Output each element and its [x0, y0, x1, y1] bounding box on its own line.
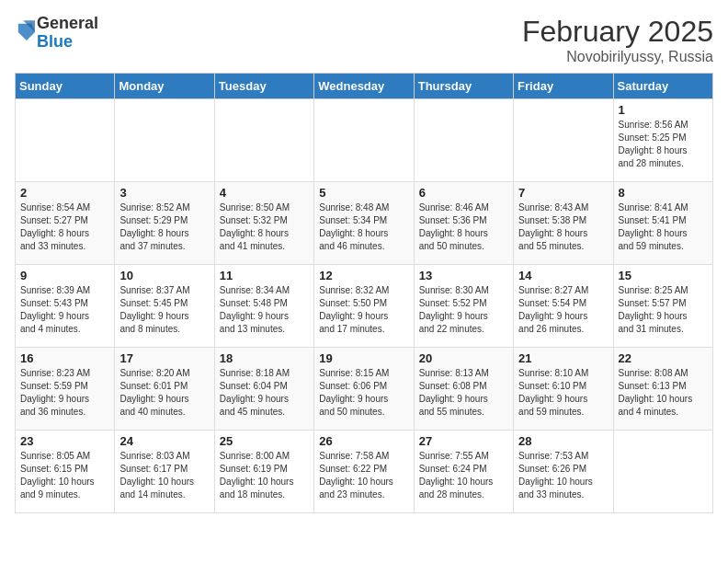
day-number: 25 — [220, 434, 309, 448]
day-info: Sunrise: 8:00 AM Sunset: 6:19 PM Dayligh… — [220, 450, 309, 501]
day-info: Sunrise: 8:25 AM Sunset: 5:57 PM Dayligh… — [619, 284, 708, 336]
day-info: Sunrise: 8:15 AM Sunset: 6:06 PM Dayligh… — [319, 367, 408, 419]
header-cell-tuesday: Tuesday — [214, 74, 313, 99]
week-row-2: 9Sunrise: 8:39 AM Sunset: 5:43 PM Daylig… — [16, 265, 713, 348]
day-number: 26 — [319, 434, 408, 448]
day-number: 8 — [619, 186, 708, 200]
day-cell: 13Sunrise: 8:30 AM Sunset: 5:52 PM Dayli… — [414, 265, 513, 348]
day-info: Sunrise: 8:41 AM Sunset: 5:41 PM Dayligh… — [619, 201, 708, 253]
day-cell: 7Sunrise: 8:43 AM Sunset: 5:38 PM Daylig… — [514, 182, 613, 265]
day-number: 1 — [619, 103, 708, 117]
day-info: Sunrise: 8:03 AM Sunset: 6:17 PM Dayligh… — [119, 450, 209, 501]
day-number: 9 — [20, 269, 109, 282]
header-cell-saturday: Saturday — [613, 74, 712, 99]
day-cell: 4Sunrise: 8:50 AM Sunset: 5:32 PM Daylig… — [214, 182, 313, 265]
day-cell: 21Sunrise: 8:10 AM Sunset: 6:10 PM Dayli… — [514, 348, 613, 431]
day-cell: 9Sunrise: 8:39 AM Sunset: 5:43 PM Daylig… — [16, 265, 115, 348]
day-number: 7 — [518, 186, 608, 200]
day-number: 16 — [20, 351, 109, 365]
header-cell-wednesday: Wednesday — [314, 74, 414, 99]
day-cell: 11Sunrise: 8:34 AM Sunset: 5:48 PM Dayli… — [214, 265, 313, 348]
day-number: 21 — [518, 351, 608, 365]
day-number: 4 — [220, 186, 309, 200]
day-number: 5 — [319, 186, 408, 200]
day-cell: 25Sunrise: 8:00 AM Sunset: 6:19 PM Dayli… — [214, 431, 313, 513]
day-cell — [214, 99, 313, 182]
day-cell — [414, 99, 513, 182]
day-info: Sunrise: 7:53 AM Sunset: 6:26 PM Dayligh… — [518, 450, 608, 501]
day-number: 27 — [419, 434, 508, 448]
day-info: Sunrise: 8:46 AM Sunset: 5:36 PM Dayligh… — [419, 201, 508, 253]
calendar-header: SundayMondayTuesdayWednesdayThursdayFrid… — [16, 74, 713, 99]
day-info: Sunrise: 8:37 AM Sunset: 5:45 PM Dayligh… — [119, 284, 209, 336]
day-cell: 5Sunrise: 8:48 AM Sunset: 5:34 PM Daylig… — [314, 182, 414, 265]
day-info: Sunrise: 8:39 AM Sunset: 5:43 PM Dayligh… — [20, 284, 109, 336]
day-cell: 12Sunrise: 8:32 AM Sunset: 5:50 PM Dayli… — [314, 265, 414, 348]
day-cell — [613, 431, 712, 513]
header-cell-monday: Monday — [115, 74, 214, 99]
day-number: 11 — [220, 269, 309, 282]
logo-general-text: General — [37, 14, 98, 32]
day-cell: 10Sunrise: 8:37 AM Sunset: 5:45 PM Dayli… — [115, 265, 214, 348]
day-info: Sunrise: 8:20 AM Sunset: 6:01 PM Dayligh… — [119, 367, 209, 419]
day-cell: 18Sunrise: 8:18 AM Sunset: 6:04 PM Dayli… — [214, 348, 313, 431]
day-cell: 3Sunrise: 8:52 AM Sunset: 5:29 PM Daylig… — [115, 182, 214, 265]
day-cell: 26Sunrise: 7:58 AM Sunset: 6:22 PM Dayli… — [314, 431, 414, 513]
day-cell: 24Sunrise: 8:03 AM Sunset: 6:17 PM Dayli… — [115, 431, 214, 513]
day-info: Sunrise: 8:48 AM Sunset: 5:34 PM Dayligh… — [319, 201, 408, 253]
day-info: Sunrise: 8:23 AM Sunset: 5:59 PM Dayligh… — [20, 367, 109, 419]
logo-icon — [17, 20, 35, 42]
header-row: SundayMondayTuesdayWednesdayThursdayFrid… — [16, 74, 713, 99]
day-cell: 8Sunrise: 8:41 AM Sunset: 5:41 PM Daylig… — [613, 182, 712, 265]
day-info: Sunrise: 8:18 AM Sunset: 6:04 PM Dayligh… — [220, 367, 309, 419]
day-number: 6 — [419, 186, 508, 200]
day-number: 24 — [119, 434, 209, 448]
day-info: Sunrise: 8:54 AM Sunset: 5:27 PM Dayligh… — [20, 201, 109, 253]
day-info: Sunrise: 8:43 AM Sunset: 5:38 PM Dayligh… — [518, 201, 608, 253]
day-info: Sunrise: 8:50 AM Sunset: 5:32 PM Dayligh… — [220, 201, 309, 253]
week-row-1: 2Sunrise: 8:54 AM Sunset: 5:27 PM Daylig… — [16, 182, 713, 265]
day-number: 28 — [518, 434, 608, 448]
header-cell-sunday: Sunday — [16, 74, 115, 99]
day-info: Sunrise: 8:13 AM Sunset: 6:08 PM Dayligh… — [419, 367, 508, 419]
day-cell: 15Sunrise: 8:25 AM Sunset: 5:57 PM Dayli… — [613, 265, 712, 348]
day-number: 23 — [20, 434, 109, 448]
title-block: February 2025 Novobirilyussy, Russia — [522, 15, 713, 65]
day-number: 2 — [20, 186, 109, 200]
day-cell: 16Sunrise: 8:23 AM Sunset: 5:59 PM Dayli… — [16, 348, 115, 431]
day-cell: 20Sunrise: 8:13 AM Sunset: 6:08 PM Dayli… — [414, 348, 513, 431]
day-cell — [115, 99, 214, 182]
day-number: 15 — [619, 269, 708, 282]
day-info: Sunrise: 8:56 AM Sunset: 5:25 PM Dayligh… — [619, 119, 708, 170]
day-cell: 1Sunrise: 8:56 AM Sunset: 5:25 PM Daylig… — [613, 99, 712, 182]
day-cell: 19Sunrise: 8:15 AM Sunset: 6:06 PM Dayli… — [314, 348, 414, 431]
header-cell-thursday: Thursday — [414, 74, 513, 99]
day-cell: 23Sunrise: 8:05 AM Sunset: 6:15 PM Dayli… — [16, 431, 115, 513]
day-info: Sunrise: 8:27 AM Sunset: 5:54 PM Dayligh… — [518, 284, 608, 336]
day-number: 20 — [419, 351, 508, 365]
day-cell: 6Sunrise: 8:46 AM Sunset: 5:36 PM Daylig… — [414, 182, 513, 265]
week-row-3: 16Sunrise: 8:23 AM Sunset: 5:59 PM Dayli… — [16, 348, 713, 431]
day-info: Sunrise: 8:32 AM Sunset: 5:50 PM Dayligh… — [319, 284, 408, 336]
day-number: 12 — [319, 269, 408, 282]
page-header: General Blue February 2025 Novobirilyuss… — [15, 15, 713, 65]
header-cell-friday: Friday — [514, 74, 613, 99]
day-cell: 2Sunrise: 8:54 AM Sunset: 5:27 PM Daylig… — [16, 182, 115, 265]
day-info: Sunrise: 8:30 AM Sunset: 5:52 PM Dayligh… — [419, 284, 508, 336]
day-cell: 22Sunrise: 8:08 AM Sunset: 6:13 PM Dayli… — [613, 348, 712, 431]
day-number: 22 — [619, 351, 708, 365]
week-row-4: 23Sunrise: 8:05 AM Sunset: 6:15 PM Dayli… — [16, 431, 713, 513]
day-cell — [16, 99, 115, 182]
day-number: 10 — [119, 269, 209, 282]
day-number: 3 — [119, 186, 209, 200]
day-cell: 14Sunrise: 8:27 AM Sunset: 5:54 PM Dayli… — [514, 265, 613, 348]
day-info: Sunrise: 8:05 AM Sunset: 6:15 PM Dayligh… — [20, 450, 109, 501]
day-number: 13 — [419, 269, 508, 282]
day-number: 17 — [119, 351, 209, 365]
day-number: 18 — [220, 351, 309, 365]
calendar-body: 1Sunrise: 8:56 AM Sunset: 5:25 PM Daylig… — [16, 99, 713, 513]
day-cell: 17Sunrise: 8:20 AM Sunset: 6:01 PM Dayli… — [115, 348, 214, 431]
logo-blue-text: Blue — [37, 32, 73, 51]
day-cell — [314, 99, 414, 182]
week-row-0: 1Sunrise: 8:56 AM Sunset: 5:25 PM Daylig… — [16, 99, 713, 182]
